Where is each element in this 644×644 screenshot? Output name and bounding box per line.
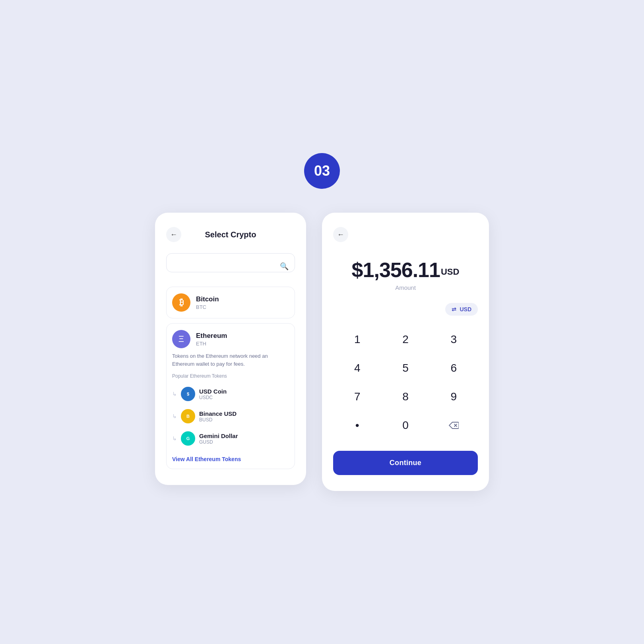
key-4[interactable]: 4 [333,354,381,382]
key-9[interactable]: 9 [430,382,478,411]
key-0[interactable]: 0 [381,411,429,440]
bitcoin-item[interactable]: ₿ Bitcoin BTC [166,287,295,318]
key-8[interactable]: 8 [381,382,429,411]
ethereum-description: Tokens on the Ethereum network need an E… [172,352,289,368]
left-panel-header: ← Select Crypto [166,227,295,242]
key-dot[interactable]: • [333,411,381,440]
bitcoin-icon: ₿ [172,293,190,312]
usdc-token-item[interactable]: ↳ $ USD Coin USDC [172,383,289,405]
ethereum-icon: Ξ [172,330,190,348]
gusd-arrow-icon: ↳ [172,435,177,442]
amount-entry-panel: ← $1,356.11USD Amount ⇄ USD 1 2 3 4 5 6 … [322,213,489,491]
ethereum-item[interactable]: Ξ Ethereum ETH Tokens on the Ethereum ne… [166,323,295,469]
right-back-button[interactable]: ← [333,227,348,242]
usdc-info: USD Coin USDC [199,388,227,400]
right-panel-header: ← [333,227,478,242]
currency-switch-button[interactable]: ⇄ USD [445,303,478,316]
left-panel-title: Select Crypto [205,230,256,239]
amount-display: $1,356.11USD [333,258,478,282]
busd-arrow-icon: ↳ [172,413,177,419]
view-all-ethereum-tokens-link[interactable]: View All Ethereum Tokens [172,456,241,462]
busd-token-item[interactable]: ↳ B Binance USD BUSD [172,405,289,427]
ethereum-item-header: Ξ Ethereum ETH [172,330,289,348]
busd-info: Binance USD BUSD [199,410,237,423]
search-wrapper: 🔍 [166,253,295,279]
key-5[interactable]: 5 [381,354,429,382]
key-2[interactable]: 2 [381,325,429,354]
crypto-search-input[interactable] [166,253,295,272]
amount-label: Amount [333,284,478,291]
busd-icon: B [181,409,195,423]
key-3[interactable]: 3 [430,325,478,354]
key-6[interactable]: 6 [430,354,478,382]
gusd-info: Gemini Dollar GUSD [199,433,238,445]
currency-switcher: ⇄ USD [333,303,478,316]
left-back-button[interactable]: ← [166,227,181,242]
gusd-token-item[interactable]: ↳ G Gemini Dollar GUSD [172,427,289,450]
usdc-icon: $ [181,387,195,401]
gusd-icon: G [181,431,195,446]
tokens-label: Popular Ethereum Tokens [172,373,289,379]
numpad: 1 2 3 4 5 6 7 8 9 • 0 [333,325,478,440]
bitcoin-info: Bitcoin BTC [196,295,219,310]
key-1[interactable]: 1 [333,325,381,354]
ethereum-info: Ethereum ETH [196,332,227,347]
step-badge: 03 [304,153,340,189]
switch-icon: ⇄ [452,306,456,312]
panels-container: ← Select Crypto 🔍 ₿ Bitcoin BTC Ξ [155,213,489,491]
search-icon: 🔍 [280,262,289,271]
continue-button[interactable]: Continue [333,451,478,475]
key-7[interactable]: 7 [333,382,381,411]
select-crypto-panel: ← Select Crypto 🔍 ₿ Bitcoin BTC Ξ [155,213,306,485]
tokens-section: Popular Ethereum Tokens ↳ $ USD Coin USD… [172,373,289,450]
key-delete[interactable] [430,411,478,440]
usdc-arrow-icon: ↳ [172,391,177,397]
